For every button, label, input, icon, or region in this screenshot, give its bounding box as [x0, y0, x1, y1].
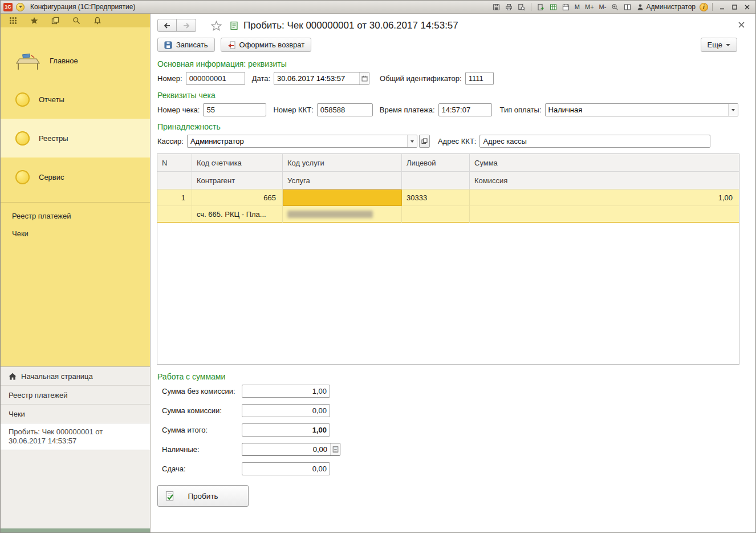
- column-subheader[interactable]: Услуга: [283, 172, 402, 189]
- close-form-icon[interactable]: [738, 21, 745, 29]
- memory-plus-button[interactable]: M+: [583, 3, 596, 11]
- print-preview-icon[interactable]: [516, 2, 527, 12]
- table-cell-service[interactable]: [283, 206, 402, 223]
- maximize-button[interactable]: [729, 2, 740, 12]
- sidebar-item-main[interactable]: Главное: [1, 41, 150, 80]
- date-field[interactable]: [274, 72, 359, 84]
- service-name-redacted: [287, 211, 373, 218]
- send-document-icon[interactable]: [535, 2, 546, 12]
- table-cell-account[interactable]: 30333: [402, 189, 470, 206]
- sections-menu-icon[interactable]: [9, 17, 17, 25]
- zoom-icon[interactable]: [609, 2, 620, 12]
- history-icon[interactable]: [51, 17, 59, 25]
- table-cell-amount[interactable]: 1,00: [470, 189, 739, 206]
- date-label: Дата:: [252, 74, 270, 83]
- number-label: Номер:: [157, 74, 182, 83]
- open-window-current-check[interactable]: Пробить: Чек 000000001 от 30.06.2017 14:…: [1, 423, 150, 450]
- column-header[interactable]: Код счетчика: [192, 154, 283, 172]
- link-checks[interactable]: Чеки: [1, 225, 150, 243]
- punch-check-button[interactable]: Пробить: [157, 485, 249, 507]
- more-button[interactable]: Еще: [701, 38, 737, 52]
- form-toolbar: Записать Оформить возврат Еще: [151, 33, 755, 57]
- check-number-field[interactable]: [203, 103, 266, 116]
- chevron-down-icon[interactable]: [728, 104, 738, 116]
- sidebar-item-reports[interactable]: Отчеты: [1, 80, 150, 119]
- ownership-fields-row: Кассир: Адрес ККТ:: [157, 135, 738, 148]
- forward-button[interactable]: [177, 19, 196, 32]
- kkt-number-label: Номер ККТ:: [273, 106, 313, 114]
- kkt-number-field[interactable]: [317, 103, 373, 116]
- table-cell-service-code-selected[interactable]: [283, 189, 402, 206]
- column-header[interactable]: Лицевой: [402, 154, 470, 172]
- column-header[interactable]: Код услуги: [283, 154, 402, 172]
- sidebar-item-registers[interactable]: Реестры: [1, 119, 150, 158]
- current-user-name: Администратор: [646, 3, 696, 11]
- notifications-bell-icon[interactable]: [94, 17, 101, 25]
- column-subheader[interactable]: [402, 172, 470, 189]
- sum-without-commission-field[interactable]: [242, 385, 330, 398]
- payment-time-field[interactable]: [438, 103, 492, 116]
- table-cell-counter-code[interactable]: 665: [192, 189, 283, 206]
- page-title: Пробить: Чек 000000001 от 30.06.2017 14:…: [243, 20, 458, 31]
- link-payments-register[interactable]: Реестр платежей: [1, 207, 150, 225]
- column-header[interactable]: Сумма: [470, 154, 739, 172]
- kkt-address-field[interactable]: [479, 135, 710, 148]
- calculator-icon[interactable]: [330, 443, 340, 455]
- spreadsheet-icon[interactable]: [548, 2, 559, 12]
- search-icon[interactable]: [72, 17, 80, 25]
- punch-check-icon: [165, 491, 175, 502]
- minimize-button[interactable]: [717, 2, 727, 12]
- calendar-picker-icon[interactable]: [359, 72, 369, 84]
- section-circle-icon: [15, 170, 30, 184]
- open-window-label: Чеки: [9, 410, 25, 418]
- chevron-down-icon[interactable]: [407, 135, 417, 147]
- payment-type-value[interactable]: [546, 104, 728, 116]
- save-button[interactable]: Записать: [157, 38, 215, 52]
- current-user[interactable]: Администратор: [635, 3, 698, 11]
- open-cashier-icon[interactable]: [419, 135, 430, 148]
- change-field[interactable]: [242, 462, 330, 475]
- sum-total-field[interactable]: [242, 423, 330, 437]
- cash-field[interactable]: [242, 443, 330, 455]
- save-icon[interactable]: [491, 2, 502, 12]
- sidebar-item-label: Отчеты: [39, 95, 64, 104]
- favorite-star-icon[interactable]: [211, 21, 222, 31]
- window-layout-icon[interactable]: [622, 2, 633, 12]
- open-window-payments-register[interactable]: Реестр платежей: [1, 386, 150, 405]
- column-subheader[interactable]: Комиссия: [470, 172, 739, 189]
- sidebar-item-service[interactable]: Сервис: [1, 158, 150, 196]
- memory-recall-button[interactable]: M: [573, 3, 582, 11]
- table-cell-contractor[interactable]: сч. 665. РКЦ - Пла...: [192, 206, 283, 223]
- chevron-down-icon: [19, 6, 22, 8]
- calendar-icon[interactable]: [560, 2, 571, 12]
- number-field[interactable]: [186, 72, 245, 85]
- memory-minus-button[interactable]: M-: [598, 3, 608, 11]
- column-header[interactable]: N: [157, 154, 192, 172]
- info-icon[interactable]: i: [700, 3, 708, 11]
- table-cell-rownum[interactable]: 1: [157, 189, 192, 206]
- print-icon[interactable]: [503, 2, 514, 12]
- column-subheader[interactable]: Контрагент: [192, 172, 283, 189]
- payment-type-select[interactable]: [545, 103, 738, 116]
- close-button[interactable]: [742, 2, 753, 12]
- home-page-label: Начальная страница: [21, 372, 93, 381]
- main-menu-button[interactable]: [16, 3, 25, 11]
- home-page-item[interactable]: Начальная страница: [1, 367, 150, 386]
- cashier-value[interactable]: [188, 135, 407, 147]
- sum-commission-field[interactable]: [242, 404, 330, 417]
- table-cell-empty[interactable]: [157, 206, 192, 223]
- back-button[interactable]: [157, 19, 177, 32]
- cashier-select[interactable]: [187, 135, 417, 148]
- common-id-field[interactable]: [465, 72, 494, 85]
- table-cell-empty[interactable]: [402, 206, 470, 223]
- open-window-checks[interactable]: Чеки: [1, 405, 150, 423]
- favorites-icon[interactable]: [30, 17, 38, 25]
- table-empty-area[interactable]: [157, 223, 739, 364]
- section-title-receipt: Реквизиты чека: [157, 91, 755, 100]
- chevron-down-icon: [726, 44, 730, 46]
- refund-button[interactable]: Оформить возврат: [221, 38, 312, 52]
- table-cell-commission[interactable]: [470, 206, 739, 223]
- change-row: Сдача:: [162, 462, 755, 475]
- column-subheader[interactable]: [157, 172, 192, 189]
- sidebar-item-label: Реестры: [39, 134, 68, 143]
